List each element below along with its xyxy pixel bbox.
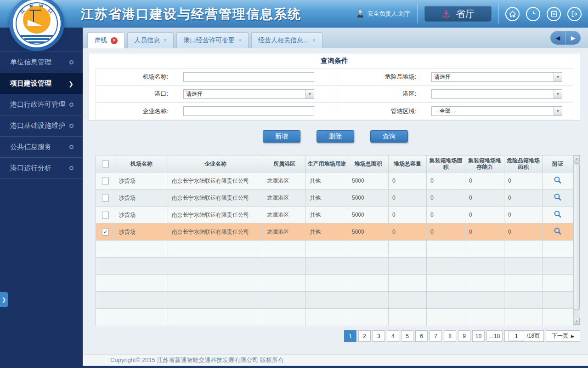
empty-cell <box>465 241 504 257</box>
page-button[interactable]: 10 <box>472 330 485 342</box>
app-logo: 江 苏 港 口 <box>9 0 64 51</box>
tab-close-icon[interactable]: × <box>238 38 242 43</box>
sidebar-item[interactable]: 港口行政许可管理 <box>0 94 83 115</box>
scroll-down-button[interactable]: ∨ <box>574 318 580 325</box>
select-value: －全部 － <box>432 107 554 115</box>
row-checkbox[interactable]: ✓ <box>102 229 109 236</box>
empty-table-row <box>96 292 573 309</box>
add-button[interactable]: 新增 <box>263 130 300 143</box>
user-label: 安全负责人:刘宇 <box>367 10 411 18</box>
sidebar-item[interactable]: 港口基础设施维护 <box>0 115 83 136</box>
empty-cell <box>115 258 168 274</box>
page-button[interactable]: 9 <box>458 330 470 342</box>
empty-cell <box>263 309 306 326</box>
next-page-button[interactable]: 下一页 ▶ <box>546 330 580 342</box>
sidebar-collapse-handle[interactable]: ❯ <box>0 292 8 307</box>
table-row[interactable]: 沙货场南京长宁水陆联运有限责任公司龙潭港区其他50000000 <box>96 190 573 207</box>
jurisdiction-select[interactable]: －全部 － ▼ <box>431 106 562 116</box>
attachment-cell <box>543 207 573 223</box>
page-number-input[interactable] <box>509 332 524 340</box>
table-scrollbar[interactable]: ∧ ∨ <box>573 155 580 325</box>
empty-cell <box>427 292 465 308</box>
chevron-down-icon: ▼ <box>554 90 562 98</box>
tab-close-icon[interactable]: × <box>164 38 167 43</box>
sidebar-item[interactable]: 港口运行分析 <box>0 157 83 178</box>
logout-button[interactable] <box>567 7 582 21</box>
footer-bottom-bar <box>83 366 588 368</box>
history-button[interactable] <box>526 7 540 21</box>
user-info: 安全负责人:刘宇 <box>356 10 411 18</box>
dangerous-goods-yard-select[interactable]: 请选择 ▼ <box>431 72 562 82</box>
delete-button[interactable]: 删除 <box>317 130 354 143</box>
field-label: 危险品堆场: <box>336 69 421 85</box>
table-row[interactable]: 沙货场南京长宁水陆联运有限责任公司龙潭港区其他50000000 <box>96 172 573 190</box>
empty-cell <box>348 275 389 291</box>
port-select[interactable]: 请选择 ▼ <box>183 89 314 99</box>
view-attachment-icon[interactable] <box>553 193 562 203</box>
empty-cell <box>465 309 504 326</box>
sidebar-item[interactable]: 项目建设管理 <box>0 73 83 94</box>
table-cell: 0 <box>465 224 504 240</box>
page-button[interactable]: 4 <box>387 330 399 342</box>
open-tabs: 岸线✕人员信息×港口经营许可变更×经营人相关信息...× <box>87 32 322 48</box>
table-cell: 0 <box>465 190 504 206</box>
tab-item[interactable]: 人员信息× <box>127 32 174 48</box>
action-buttons: 新增 删除 查询 <box>83 130 588 143</box>
page-button[interactable]: ...18 <box>486 330 503 342</box>
view-attachment-icon[interactable] <box>553 227 562 237</box>
page-button[interactable]: 8 <box>444 330 456 342</box>
home-button[interactable] <box>505 7 520 21</box>
empty-cell <box>427 309 465 326</box>
empty-cell <box>543 309 573 326</box>
yard-name-input[interactable] <box>183 72 314 82</box>
page-button[interactable]: 3 <box>373 330 385 342</box>
table-cell: 南京长宁水陆联运有限责任公司 <box>168 224 263 240</box>
table-row[interactable]: ✓沙货场南京长宁水陆联运有限责任公司龙潭港区其他50000000 <box>96 224 573 241</box>
dept-button[interactable]: ⚓ 省厅 <box>424 6 492 22</box>
tab-scroll-left-button[interactable]: ◀ <box>550 31 566 45</box>
column-header: 所属港区 <box>263 155 306 172</box>
port-area-select[interactable]: ▼ <box>431 89 562 99</box>
page-button[interactable]: 5 <box>401 330 413 342</box>
sidebar-item-label: 港口行政许可管理 <box>10 100 65 109</box>
table-cell: 0 <box>389 172 427 189</box>
sidebar-item-label: 港口基础设施维护 <box>10 121 65 130</box>
sidebar-item[interactable]: 公共信息服务 <box>0 136 83 157</box>
page-button[interactable]: 1 <box>344 330 356 342</box>
empty-cell <box>504 309 543 326</box>
tab-close-icon[interactable]: × <box>312 38 316 43</box>
header-divider <box>498 4 499 23</box>
table-cell: 0 <box>427 190 465 206</box>
empty-cell <box>543 275 573 291</box>
table-cell: 5000 <box>348 190 389 206</box>
view-attachment-icon[interactable] <box>553 210 562 220</box>
column-header: 生产用堆场用途 <box>306 155 348 172</box>
row-checkbox[interactable] <box>102 178 109 184</box>
table-row[interactable]: 沙货场南京长宁水陆联运有限责任公司龙潭港区其他50000000 <box>96 207 573 224</box>
page-button[interactable]: 2 <box>358 330 371 342</box>
empty-cell <box>543 258 573 274</box>
tab-active[interactable]: 岸线✕ <box>87 32 124 48</box>
tab-item[interactable]: 港口经营许可变更× <box>176 32 249 48</box>
table-cell: 其他 <box>306 224 348 240</box>
enterprise-name-input[interactable] <box>183 106 314 116</box>
search-button[interactable]: 查询 <box>370 130 408 143</box>
notes-button[interactable] <box>547 7 561 21</box>
view-attachment-icon[interactable] <box>553 176 562 186</box>
scroll-up-button[interactable]: ∧ <box>574 155 580 162</box>
page-button[interactable]: 7 <box>430 330 442 342</box>
tab-scroll-right-button[interactable]: ▶ <box>566 31 581 45</box>
select-all-checkbox[interactable] <box>102 161 109 167</box>
row-checkbox[interactable] <box>102 195 109 201</box>
scrollbar-thumb[interactable] <box>574 163 580 310</box>
row-checkbox[interactable] <box>102 212 109 218</box>
tab-item[interactable]: 经营人相关信息...× <box>251 32 322 48</box>
empty-cell <box>465 275 504 291</box>
empty-cell <box>427 258 465 274</box>
empty-cell <box>543 241 573 257</box>
page-button[interactable]: 6 <box>415 330 428 342</box>
empty-cell <box>389 292 427 308</box>
empty-cell <box>348 241 389 257</box>
tab-close-icon[interactable]: ✕ <box>111 37 118 44</box>
sidebar-item[interactable]: 单位信息管理 <box>0 52 83 73</box>
